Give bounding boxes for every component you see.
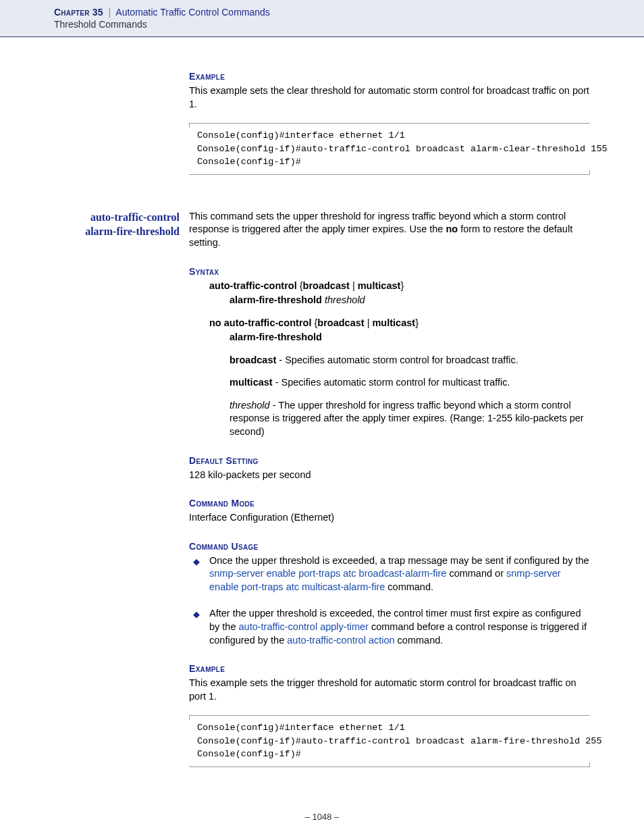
parameter: threshold - The upper threshold for ingr… <box>230 399 590 439</box>
chapter-subheader: Threshold Commands <box>54 19 644 30</box>
command-intro: This command sets the upper threshold fo… <box>189 210 590 250</box>
syntax-line: alarm-fire-threshold <box>209 331 590 344</box>
bullet-text: After the upper threshold is exceeded, t… <box>209 607 590 647</box>
section-heading-default: Default Setting <box>189 455 590 466</box>
example-paragraph: This example sets the trigger threshold … <box>189 677 590 703</box>
usage-bullet-list: ◆ Once the upper threshold is exceeded, … <box>189 554 590 647</box>
parameter-list: broadcast - Specifies automatic storm co… <box>209 354 590 439</box>
parameter: broadcast - Specifies automatic storm co… <box>230 354 590 367</box>
parameter: multicast - Specifies automatic storm co… <box>230 376 590 390</box>
section-heading-usage: Command Usage <box>189 541 590 552</box>
margin-label-line2: alarm-fire-threshold <box>85 226 180 237</box>
syntax-line: alarm-fire-threshold threshold <box>209 294 590 307</box>
example-paragraph: This example sets the clear threshold fo… <box>189 84 590 111</box>
section-heading-example: Example <box>189 663 590 674</box>
chapter-label: Chapter 35 <box>54 7 103 18</box>
diamond-bullet-icon: ◆ <box>193 556 209 568</box>
margin-label-line1: auto-traffic-control <box>90 211 180 223</box>
link-snmp-broadcast-alarm-fire[interactable]: snmp-server enable port-traps atc broadc… <box>209 568 446 579</box>
bullet-text: Once the upper threshold is exceeded, a … <box>209 554 590 594</box>
chapter-title: Automatic Traffic Control Commands <box>115 7 270 18</box>
command-margin-label: auto-traffic-control alarm-fire-threshol… <box>0 210 189 239</box>
section-heading-example: Example <box>189 71 590 82</box>
link-apply-timer[interactable]: auto-traffic-control apply-timer <box>239 621 369 632</box>
intro-bold-no: no <box>446 224 458 234</box>
syntax-line: auto-traffic-control {broadcast | multic… <box>209 280 590 293</box>
page-header: Chapter 35 | Automatic Traffic Control C… <box>0 0 644 37</box>
chapter-separator: | <box>109 7 111 18</box>
section-heading-syntax: Syntax <box>189 266 590 277</box>
command-section: auto-traffic-control alarm-fire-threshol… <box>0 210 644 250</box>
command-mode-text: Interface Configuration (Ethernet) <box>189 511 590 525</box>
code-block: Console(config)#interface ethernet 1/1 C… <box>189 123 590 175</box>
syntax-block: auto-traffic-control {broadcast | multic… <box>189 280 590 439</box>
section-heading-mode: Command Mode <box>189 498 590 509</box>
main-content: Example This example sets the clear thre… <box>0 71 644 175</box>
chapter-line: Chapter 35 | Automatic Traffic Control C… <box>54 7 644 18</box>
list-item: ◆ Once the upper threshold is exceeded, … <box>193 554 590 594</box>
list-item: ◆ After the upper threshold is exceeded,… <box>193 607 590 647</box>
link-control-action[interactable]: auto-traffic-control action <box>287 635 394 646</box>
syntax-line: no auto-traffic-control {broadcast | mul… <box>209 317 590 330</box>
code-block: Console(config)#interface ethernet 1/1 C… <box>189 715 590 767</box>
page-number: – 1048 – <box>0 812 644 822</box>
default-setting-text: 128 kilo-packets per second <box>189 469 590 482</box>
diamond-bullet-icon: ◆ <box>193 608 209 621</box>
